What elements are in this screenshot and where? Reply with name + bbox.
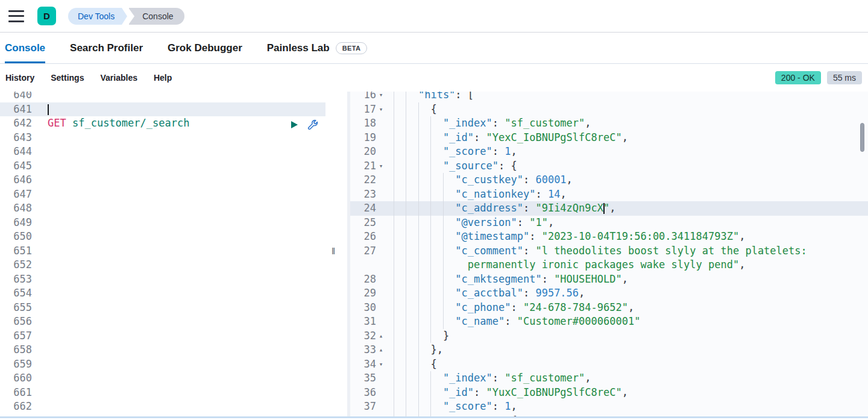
request-line[interactable]: 644 [0, 145, 326, 159]
request-line[interactable]: 653 [0, 272, 326, 287]
response-line[interactable]: 19"_id": "YexC_IoBNUPgSlfC8reC", [347, 131, 868, 145]
response-line[interactable]: 22"c_custkey": 60001, [347, 173, 868, 187]
response-line[interactable]: 27"c_comment": "l theodolites boost slyl… [347, 244, 868, 259]
request-code[interactable] [40, 173, 326, 187]
response-line[interactable]: 30"c_phone": "24-678-784-9652", [347, 301, 868, 315]
response-code[interactable]: "_source": { [386, 159, 868, 174]
response-code[interactable]: "_score": 1, [386, 400, 868, 414]
fold-toggle-icon[interactable]: ▾ [376, 102, 386, 117]
response-line[interactable]: 17▾{ [347, 102, 868, 117]
response-line[interactable]: 34▾{ [347, 357, 868, 372]
request-code[interactable] [40, 343, 326, 357]
breadcrumb-dev-tools[interactable]: Dev Tools [68, 8, 122, 25]
fold-toggle-icon[interactable]: ▾ [376, 92, 386, 102]
request-code[interactable] [40, 145, 326, 159]
request-code[interactable] [40, 102, 326, 117]
tab-console[interactable]: Console [5, 33, 45, 63]
request-line[interactable]: 651 [0, 244, 326, 259]
request-line[interactable]: 656 [0, 315, 326, 329]
request-line[interactable]: 663 [0, 414, 326, 417]
response-line[interactable]: 24"c_address": "9Ii4zQn9cX", [347, 201, 868, 216]
request-line[interactable]: 655 [0, 301, 326, 315]
response-line[interactable]: 18"_index": "sf_customer", [347, 116, 868, 131]
response-code[interactable]: "c_phone": "24-678-784-9652", [386, 301, 868, 315]
request-editor[interactable]: 640641642GET sf_customer/_search64364464… [0, 92, 326, 416]
response-line[interactable]: 16▾"hits": [ [347, 92, 868, 102]
request-code[interactable] [40, 400, 326, 414]
request-line[interactable]: 641 [0, 102, 326, 117]
request-code[interactable] [40, 230, 326, 244]
request-code[interactable]: GET sf_customer/_search [40, 116, 326, 131]
response-code[interactable]: "@timestamp": "2023-10-04T19:56:00.34118… [386, 230, 868, 244]
request-code[interactable] [40, 216, 326, 230]
request-line[interactable]: 661 [0, 386, 326, 400]
response-code[interactable]: "_score": 1, [386, 145, 868, 159]
app-logo[interactable]: D [37, 7, 56, 25]
fold-toggle-icon[interactable]: ▴ [376, 343, 386, 357]
request-line[interactable]: 652 [0, 258, 326, 272]
menu-icon[interactable] [8, 10, 24, 22]
history-menu-item[interactable]: History [5, 73, 34, 83]
request-code[interactable] [40, 244, 326, 259]
response-line[interactable]: 21▾"_source": { [347, 159, 868, 174]
request-code[interactable] [40, 159, 326, 174]
response-line[interactable]: 31"c_name": "Customer#000060001" [347, 315, 868, 329]
request-code[interactable] [40, 371, 326, 386]
response-viewer[interactable]: 16▾"hits": [17▾{18"_index": "sf_customer… [347, 92, 868, 416]
request-line[interactable]: 650 [0, 230, 326, 244]
response-code[interactable]: "c_mktsegment": "HOUSEHOLD", [386, 272, 868, 287]
response-code[interactable]: "_index": "sf_customer", [386, 116, 868, 131]
request-line[interactable]: 640 [0, 92, 326, 102]
request-code[interactable] [40, 286, 326, 301]
request-line[interactable]: 660 [0, 371, 326, 386]
request-code[interactable] [40, 301, 326, 315]
tab-painless-lab[interactable]: Painless Lab BETA [267, 33, 368, 63]
request-line[interactable]: 643 [0, 131, 326, 145]
request-code[interactable] [40, 201, 326, 216]
response-code[interactable]: "c_nationkey": 14, [386, 187, 868, 202]
request-options-button[interactable] [307, 119, 318, 130]
response-code[interactable]: "c_address": "9Ii4zQn9cX", [386, 201, 868, 216]
request-line[interactable]: 662 [0, 400, 326, 414]
response-line[interactable]: 33▴}, [347, 343, 868, 357]
response-line[interactable]: 38▾"_source": { [347, 414, 868, 417]
resize-handle-icon[interactable]: ‖ [332, 246, 335, 256]
fold-toggle-icon[interactable]: ▾ [376, 414, 386, 417]
response-code[interactable]: "_source": { [386, 414, 868, 417]
response-code[interactable]: "_id": "YuxC_IoBNUPgSlfC8reC", [386, 386, 868, 400]
response-line[interactable]: 28"c_mktsegment": "HOUSEHOLD", [347, 272, 868, 287]
response-line[interactable]: 25"@version": "1", [347, 216, 868, 230]
help-menu-item[interactable]: Help [154, 73, 172, 83]
response-code[interactable]: "c_comment": "l theodolites boost slyly … [386, 244, 868, 259]
request-line[interactable]: 657 [0, 329, 326, 343]
response-line[interactable]: 37"_score": 1, [347, 400, 868, 414]
request-line[interactable]: 648 [0, 201, 326, 216]
response-code[interactable]: "c_custkey": 60001, [386, 173, 868, 187]
response-code[interactable]: { [386, 357, 868, 372]
request-code[interactable] [40, 258, 326, 272]
response-code[interactable]: "@version": "1", [386, 216, 868, 230]
request-code[interactable] [40, 272, 326, 287]
request-line[interactable]: 659 [0, 357, 326, 372]
request-code[interactable] [40, 315, 326, 329]
fold-toggle-icon[interactable]: ▾ [376, 357, 386, 372]
request-code[interactable] [40, 357, 326, 372]
response-line[interactable]: 36"_id": "YuxC_IoBNUPgSlfC8reC", [347, 386, 868, 400]
request-code[interactable] [40, 414, 326, 417]
response-code[interactable]: } [386, 329, 868, 343]
request-code[interactable] [40, 329, 326, 343]
request-line[interactable]: 642GET sf_customer/_search [0, 116, 326, 131]
send-request-button[interactable] [289, 119, 300, 130]
response-line[interactable]: 23"c_nationkey": 14, [347, 187, 868, 202]
breadcrumb-console[interactable]: Console [129, 8, 184, 25]
request-line[interactable]: 646 [0, 173, 326, 187]
response-line[interactable]: 29"c_acctbal": 9957.56, [347, 286, 868, 301]
response-line[interactable]: 35"_index": "sf_customer", [347, 371, 868, 386]
response-code[interactable]: "c_name": "Customer#000060001" [386, 315, 868, 329]
response-code[interactable]: "_index": "sf_customer", [386, 371, 868, 386]
response-line[interactable]: 20"_score": 1, [347, 145, 868, 159]
tab-search-profiler[interactable]: Search Profiler [70, 33, 143, 63]
request-code[interactable] [40, 92, 326, 102]
response-code[interactable]: { [386, 102, 868, 117]
response-code[interactable]: "c_acctbal": 9957.56, [386, 286, 868, 301]
